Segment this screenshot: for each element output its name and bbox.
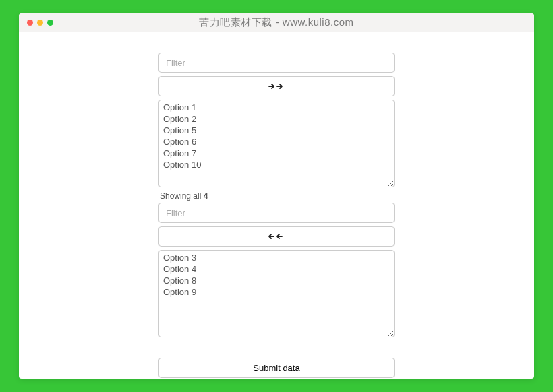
submit-label: Submit data	[253, 363, 299, 373]
minimize-icon[interactable]	[37, 20, 43, 26]
browser-window: 苦力吧素材下载 - www.kuli8.com Option 1Option 2…	[19, 13, 534, 379]
available-options-list[interactable]: Option 1Option 2Option 5Option 6Option 7…	[158, 100, 395, 187]
list-item[interactable]: Option 10	[163, 159, 390, 170]
filter-input-top[interactable]	[158, 53, 395, 73]
filter-input-bottom[interactable]	[158, 203, 395, 223]
list-item[interactable]: Option 9	[163, 286, 390, 298]
list-item[interactable]: Option 1	[163, 102, 390, 113]
list-item[interactable]: Option 4	[163, 263, 390, 275]
move-all-left-button[interactable]	[158, 226, 395, 247]
status-prefix: Showing all	[160, 191, 204, 201]
arrow-left-icon	[268, 232, 285, 241]
submit-button[interactable]: Submit data	[158, 358, 395, 378]
status-text: Showing all 4	[160, 191, 395, 201]
list-item[interactable]: Option 5	[163, 125, 390, 136]
titlebar: 苦力吧素材下载 - www.kuli8.com	[19, 13, 534, 32]
selected-options-list[interactable]: Option 3Option 4Option 8Option 9	[158, 250, 395, 337]
list-item[interactable]: Option 7	[163, 148, 390, 159]
list-item[interactable]: Option 6	[163, 136, 390, 148]
status-count: 4	[204, 191, 208, 201]
content-area: Option 1Option 2Option 5Option 6Option 7…	[19, 32, 534, 379]
list-item[interactable]: Option 8	[163, 275, 390, 286]
close-icon[interactable]	[27, 20, 33, 26]
arrow-right-icon	[268, 81, 285, 91]
list-item[interactable]: Option 2	[163, 113, 390, 125]
window-title: 苦力吧素材下载 - www.kuli8.com	[19, 16, 534, 29]
move-all-right-button[interactable]	[158, 76, 395, 96]
list-item[interactable]: Option 3	[163, 252, 390, 263]
maximize-icon[interactable]	[47, 20, 53, 26]
window-controls	[27, 20, 53, 26]
